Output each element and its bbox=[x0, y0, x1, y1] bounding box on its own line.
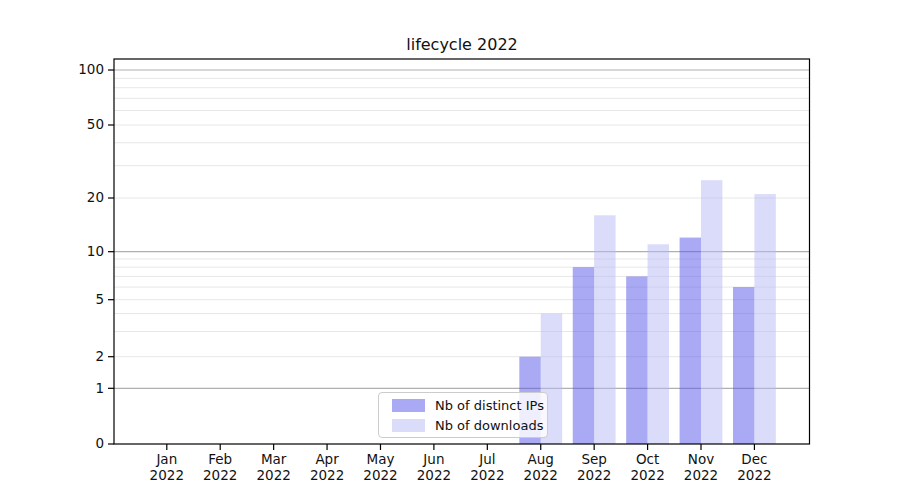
bar-downloads-dec bbox=[754, 194, 775, 444]
legend-patch-distinct-ips bbox=[392, 399, 425, 412]
x-tick-label-month: Mar bbox=[261, 451, 287, 467]
bar-distinct-ips-oct bbox=[626, 276, 647, 444]
y-tick-label: 10 bbox=[87, 243, 104, 259]
bar-downloads-oct bbox=[648, 244, 669, 444]
legend-label-downloads: Nb of downloads bbox=[435, 418, 543, 433]
x-tick-label-year: 2022 bbox=[737, 467, 771, 483]
x-tick-label-month: Nov bbox=[688, 451, 714, 467]
x-tick-label-month: Oct bbox=[636, 451, 659, 467]
x-tick-label-month: Sep bbox=[581, 451, 606, 467]
legend-item-downloads: Nb of downloads bbox=[379, 418, 547, 433]
y-tick-label: 50 bbox=[87, 116, 104, 132]
x-tick-label-month: Aug bbox=[528, 451, 554, 467]
y-tick-label: 20 bbox=[87, 189, 104, 205]
x-tick-label-year: 2022 bbox=[630, 467, 664, 483]
x-tick-label-year: 2022 bbox=[310, 467, 344, 483]
y-tick-label: 100 bbox=[78, 61, 104, 77]
x-tick-label-month: May bbox=[367, 451, 395, 467]
x-tick-label-year: 2022 bbox=[470, 467, 504, 483]
legend: Nb of distinct IPs Nb of downloads bbox=[378, 392, 548, 438]
x-tick-label-year: 2022 bbox=[577, 467, 611, 483]
legend-patch-downloads bbox=[392, 419, 425, 432]
figure: 0125102050100Jan2022Feb2022Mar2022Apr202… bbox=[0, 0, 900, 500]
x-tick-label-year: 2022 bbox=[363, 467, 397, 483]
x-tick-label-year: 2022 bbox=[524, 467, 558, 483]
legend-item-distinct-ips: Nb of distinct IPs bbox=[379, 398, 547, 413]
bar-downloads-sep bbox=[594, 215, 615, 444]
x-tick-label-month: Jan bbox=[155, 451, 177, 467]
y-tick-label: 0 bbox=[95, 435, 104, 451]
x-tick-label-year: 2022 bbox=[150, 467, 184, 483]
y-tick-label: 5 bbox=[95, 291, 104, 307]
y-tick-label: 2 bbox=[95, 348, 104, 364]
x-tick-label-month: Dec bbox=[741, 451, 767, 467]
bar-distinct-ips-sep bbox=[573, 267, 594, 444]
x-tick-label-month: Feb bbox=[208, 451, 232, 467]
x-tick-label-year: 2022 bbox=[256, 467, 290, 483]
bar-distinct-ips-dec bbox=[733, 287, 754, 444]
x-tick-label-year: 2022 bbox=[684, 467, 718, 483]
x-tick-label-year: 2022 bbox=[203, 467, 237, 483]
bar-downloads-nov bbox=[701, 180, 722, 444]
y-tick-label: 1 bbox=[95, 380, 104, 396]
chart-title: lifecycle 2022 bbox=[114, 35, 810, 54]
bar-distinct-ips-nov bbox=[680, 238, 701, 444]
x-tick-label-month: Jun bbox=[422, 451, 444, 467]
legend-label-distinct-ips: Nb of distinct IPs bbox=[435, 398, 544, 413]
x-tick-label-month: Apr bbox=[315, 451, 339, 467]
x-tick-label-year: 2022 bbox=[417, 467, 451, 483]
x-tick-label-month: Jul bbox=[478, 451, 495, 467]
